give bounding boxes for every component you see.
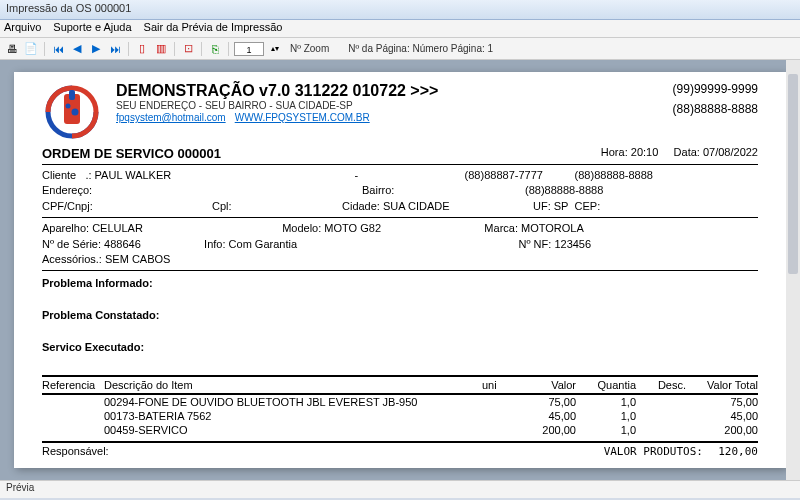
- cliente-value: PAUL WALKER: [95, 168, 355, 183]
- zoom-label: Nº Zoom: [290, 43, 329, 54]
- prev-page-button[interactable]: ◀: [69, 41, 85, 57]
- window-title-bar: Impressão da OS 000001: [0, 0, 800, 20]
- marca-value: MOTOROLA: [521, 221, 584, 236]
- separator: [201, 42, 202, 56]
- col-referencia: Referencia: [42, 379, 104, 391]
- menu-suporte[interactable]: Suporte e Ajuda: [53, 21, 131, 36]
- export-button[interactable]: 📄: [23, 41, 39, 57]
- svg-point-2: [72, 109, 79, 116]
- scrollbar-thumb[interactable]: [788, 74, 798, 274]
- svg-rect-3: [69, 90, 75, 100]
- cidade-label: Cidade:: [342, 199, 380, 214]
- hora-value: 20:10: [631, 146, 659, 158]
- nf-value: 123456: [554, 237, 591, 252]
- separator: [44, 42, 45, 56]
- serie-label: Nº de Série:: [42, 237, 101, 252]
- separator: [128, 42, 129, 56]
- status-text: Prévia: [6, 482, 34, 493]
- problema-informado-label: Problema Informado:: [42, 277, 758, 289]
- first-page-button[interactable]: ⏮: [50, 41, 66, 57]
- page-label: Nº da Página: Número Página: 1: [348, 43, 493, 54]
- cep-label: CEP:: [575, 199, 601, 214]
- data-label: Data:: [674, 146, 700, 158]
- cell-uni: [482, 410, 512, 422]
- endereco-label: Endereço:: [42, 183, 362, 198]
- cell-dsc: [636, 424, 686, 436]
- info-label: Info:: [204, 237, 225, 252]
- uf-label: UF:: [533, 199, 551, 214]
- menu-arquivo[interactable]: Arquivo: [4, 21, 41, 36]
- cell-tot: 200,00: [686, 424, 758, 436]
- last-page-button[interactable]: ⏭: [107, 41, 123, 57]
- cell-tot: 45,00: [686, 410, 758, 422]
- col-desc: Desc.: [636, 379, 686, 391]
- cidade-value: SUA CIDADE: [383, 199, 533, 214]
- acessorios-value: SEM CABOS: [105, 252, 170, 267]
- table-row: 00459-SERVICO200,001,0200,00: [42, 423, 758, 437]
- cell-ref: [42, 424, 104, 436]
- info-value: Com Garantia: [229, 237, 519, 252]
- cell-uni: [482, 396, 512, 408]
- col-descricao: Descrição do Item: [104, 379, 482, 391]
- servico-executado-label: Servico Executado:: [42, 341, 758, 353]
- cell-desc: 00294-FONE DE OUVIDO BLUETOOTH JBL EVERE…: [104, 396, 482, 408]
- close-preview-button[interactable]: ⎘: [207, 41, 223, 57]
- status-bar: Prévia: [0, 480, 800, 498]
- col-valor: Valor: [512, 379, 576, 391]
- items-table-body: 00294-FONE DE OUVIDO BLUETOOTH JBL EVERE…: [42, 395, 758, 437]
- company-site: WWW.FPQSYSTEM.COM.BR: [235, 112, 370, 123]
- cpf-label: CPF/Cnpj:: [42, 199, 212, 214]
- separator: [228, 42, 229, 56]
- multi-page-button[interactable]: ▥: [153, 41, 169, 57]
- zoom-input[interactable]: 1: [234, 42, 264, 56]
- cell-valor: 200,00: [512, 424, 576, 436]
- cell-desc: 00459-SERVICO: [104, 424, 482, 436]
- modelo-label: Modelo:: [282, 221, 321, 236]
- zoom-stepper[interactable]: ▴▾: [267, 41, 283, 57]
- single-page-button[interactable]: ▯: [134, 41, 150, 57]
- col-total: Valor Total: [686, 379, 758, 391]
- document-page: DEMONSTRAÇÃO v7.0 311222 010722 >>> SEU …: [14, 72, 786, 468]
- items-table-header: Referencia Descrição do Item uni Valor Q…: [42, 375, 758, 395]
- bairro-label: Bairro:: [362, 183, 525, 198]
- cliente-tel1: (88)88887-7777: [465, 168, 575, 183]
- company-address: SEU ENDEREÇO - SEU BAIRRO - SUA CIDADE-S…: [116, 100, 659, 111]
- vertical-scrollbar[interactable]: [786, 60, 800, 480]
- valor-produtos-value: 120,00: [718, 445, 758, 458]
- company-email: fpqsystem@hotmail.com: [116, 112, 226, 123]
- svg-point-1: [66, 104, 71, 109]
- cliente-label: Cliente .:: [42, 168, 92, 183]
- marca-label: Marca:: [484, 221, 518, 236]
- divider: [42, 270, 758, 271]
- cell-valor: 75,00: [512, 396, 576, 408]
- modelo-value: MOTO G82: [324, 221, 484, 236]
- cell-dsc: [636, 396, 686, 408]
- serie-value: 488646: [104, 237, 204, 252]
- preview-viewport: DEMONSTRAÇÃO v7.0 311222 010722 >>> SEU …: [0, 60, 800, 480]
- menu-sair[interactable]: Sair da Prévia de Impressão: [144, 21, 283, 36]
- cell-ref: [42, 396, 104, 408]
- os-title: ORDEM DE SERVICO 000001: [42, 146, 221, 161]
- cell-qty: 1,0: [576, 396, 636, 408]
- cliente-tel2: (88)88888-8888: [575, 168, 653, 183]
- aparelho-label: Aparelho:: [42, 221, 89, 236]
- zoom-fit-button[interactable]: ⊡: [180, 41, 196, 57]
- separator: [174, 42, 175, 56]
- company-title: DEMONSTRAÇÃO v7.0 311222 010722 >>>: [116, 82, 659, 100]
- toolbar: 🖶 📄 ⏮ ◀ ▶ ⏭ ▯ ▥ ⊡ ⎘ 1 ▴▾ Nº Zoom Nº da P…: [0, 38, 800, 60]
- dash: -: [355, 168, 465, 183]
- cell-ref: [42, 410, 104, 422]
- nf-label: Nº NF:: [519, 237, 552, 252]
- cliente-tel3: (88)88888-8888: [525, 183, 603, 198]
- window-title: Impressão da OS 000001: [6, 2, 131, 14]
- next-page-button[interactable]: ▶: [88, 41, 104, 57]
- uf-value: SP: [554, 199, 569, 214]
- cell-valor: 45,00: [512, 410, 576, 422]
- cell-qty: 1,0: [576, 410, 636, 422]
- print-button[interactable]: 🖶: [4, 41, 20, 57]
- menu-bar: Arquivo Suporte e Ajuda Sair da Prévia d…: [0, 20, 800, 38]
- table-row: 00294-FONE DE OUVIDO BLUETOOTH JBL EVERE…: [42, 395, 758, 409]
- company-phone1: (99)99999-9999: [673, 82, 758, 96]
- company-logo-icon: [42, 82, 102, 142]
- responsavel-label: Responsável:: [42, 445, 109, 458]
